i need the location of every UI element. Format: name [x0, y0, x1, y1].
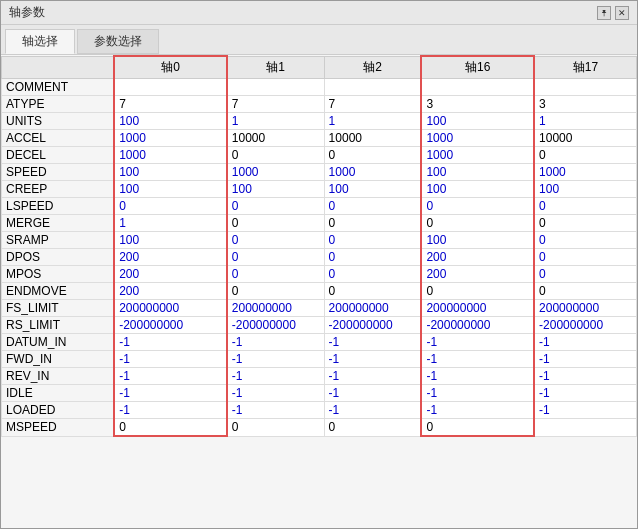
- cell-axis0[interactable]: -1: [114, 402, 227, 419]
- cell-axis2[interactable]: -1: [324, 385, 421, 402]
- cell-axis16[interactable]: -1: [421, 351, 534, 368]
- cell-axis17[interactable]: -1: [534, 402, 636, 419]
- cell-axis1[interactable]: 1000: [227, 164, 324, 181]
- cell-axis17[interactable]: [534, 79, 636, 96]
- cell-axis1[interactable]: 200000000: [227, 300, 324, 317]
- cell-axis0[interactable]: 100: [114, 232, 227, 249]
- cell-axis0[interactable]: 200: [114, 283, 227, 300]
- cell-axis0[interactable]: -200000000: [114, 317, 227, 334]
- cell-axis16[interactable]: 200: [421, 249, 534, 266]
- cell-axis16[interactable]: [421, 79, 534, 96]
- cell-axis1[interactable]: 0: [227, 283, 324, 300]
- pin-button[interactable]: 🖈: [597, 6, 611, 20]
- cell-axis16[interactable]: 100: [421, 113, 534, 130]
- cell-axis16[interactable]: 1000: [421, 130, 534, 147]
- cell-axis17[interactable]: [534, 419, 636, 437]
- table-container[interactable]: 轴0 轴1 轴2 轴16 轴17 COMMENTATYPE77733UNITS1…: [1, 55, 637, 528]
- cell-axis0[interactable]: 100: [114, 164, 227, 181]
- cell-axis17[interactable]: 0: [534, 198, 636, 215]
- cell-axis16[interactable]: -1: [421, 334, 534, 351]
- cell-axis16[interactable]: 0: [421, 419, 534, 437]
- cell-axis2[interactable]: 200000000: [324, 300, 421, 317]
- cell-axis0[interactable]: 1000: [114, 147, 227, 164]
- cell-axis16[interactable]: -200000000: [421, 317, 534, 334]
- cell-axis0[interactable]: 7: [114, 96, 227, 113]
- cell-axis0[interactable]: 1: [114, 215, 227, 232]
- cell-axis0[interactable]: -1: [114, 368, 227, 385]
- cell-axis0[interactable]: [114, 79, 227, 96]
- cell-axis1[interactable]: -1: [227, 351, 324, 368]
- cell-axis16[interactable]: -1: [421, 368, 534, 385]
- cell-axis2[interactable]: -1: [324, 402, 421, 419]
- cell-axis16[interactable]: 100: [421, 181, 534, 198]
- cell-axis1[interactable]: 10000: [227, 130, 324, 147]
- cell-axis2[interactable]: 7: [324, 96, 421, 113]
- cell-axis2[interactable]: 0: [324, 198, 421, 215]
- cell-axis0[interactable]: 200: [114, 266, 227, 283]
- cell-axis0[interactable]: -1: [114, 385, 227, 402]
- cell-axis1[interactable]: 0: [227, 232, 324, 249]
- cell-axis1[interactable]: [227, 79, 324, 96]
- cell-axis0[interactable]: 0: [114, 419, 227, 437]
- cell-axis0[interactable]: 1000: [114, 130, 227, 147]
- cell-axis17[interactable]: 100: [534, 181, 636, 198]
- cell-axis2[interactable]: 0: [324, 232, 421, 249]
- cell-axis2[interactable]: 0: [324, 283, 421, 300]
- cell-axis17[interactable]: -1: [534, 385, 636, 402]
- cell-axis17[interactable]: 0: [534, 147, 636, 164]
- cell-axis2[interactable]: -1: [324, 334, 421, 351]
- cell-axis0[interactable]: 0: [114, 198, 227, 215]
- cell-axis17[interactable]: -1: [534, 368, 636, 385]
- cell-axis0[interactable]: 100: [114, 181, 227, 198]
- cell-axis16[interactable]: 200000000: [421, 300, 534, 317]
- cell-axis16[interactable]: 100: [421, 164, 534, 181]
- cell-axis17[interactable]: 0: [534, 232, 636, 249]
- cell-axis17[interactable]: 1000: [534, 164, 636, 181]
- cell-axis17[interactable]: 1: [534, 113, 636, 130]
- cell-axis16[interactable]: 0: [421, 283, 534, 300]
- cell-axis17[interactable]: -200000000: [534, 317, 636, 334]
- cell-axis1[interactable]: -1: [227, 402, 324, 419]
- cell-axis17[interactable]: 0: [534, 249, 636, 266]
- tab-axis-select[interactable]: 轴选择: [5, 29, 75, 54]
- close-button[interactable]: ✕: [615, 6, 629, 20]
- cell-axis17[interactable]: 0: [534, 215, 636, 232]
- cell-axis2[interactable]: 0: [324, 266, 421, 283]
- cell-axis16[interactable]: 1000: [421, 147, 534, 164]
- cell-axis16[interactable]: 0: [421, 198, 534, 215]
- cell-axis1[interactable]: 0: [227, 419, 324, 437]
- cell-axis1[interactable]: -1: [227, 334, 324, 351]
- cell-axis1[interactable]: -200000000: [227, 317, 324, 334]
- cell-axis17[interactable]: 0: [534, 283, 636, 300]
- cell-axis1[interactable]: -1: [227, 385, 324, 402]
- cell-axis16[interactable]: 0: [421, 215, 534, 232]
- cell-axis1[interactable]: 0: [227, 266, 324, 283]
- cell-axis2[interactable]: 10000: [324, 130, 421, 147]
- cell-axis2[interactable]: 100: [324, 181, 421, 198]
- cell-axis2[interactable]: 0: [324, 215, 421, 232]
- cell-axis2[interactable]: 0: [324, 249, 421, 266]
- cell-axis1[interactable]: 0: [227, 215, 324, 232]
- cell-axis16[interactable]: 100: [421, 232, 534, 249]
- tab-param-select[interactable]: 参数选择: [77, 29, 159, 54]
- cell-axis16[interactable]: 3: [421, 96, 534, 113]
- cell-axis1[interactable]: -1: [227, 368, 324, 385]
- cell-axis2[interactable]: -1: [324, 351, 421, 368]
- cell-axis0[interactable]: 200000000: [114, 300, 227, 317]
- cell-axis0[interactable]: -1: [114, 351, 227, 368]
- cell-axis17[interactable]: 200000000: [534, 300, 636, 317]
- cell-axis1[interactable]: 100: [227, 181, 324, 198]
- cell-axis1[interactable]: 0: [227, 198, 324, 215]
- cell-axis17[interactable]: -1: [534, 351, 636, 368]
- cell-axis2[interactable]: -1: [324, 368, 421, 385]
- cell-axis2[interactable]: 1: [324, 113, 421, 130]
- cell-axis2[interactable]: 1000: [324, 164, 421, 181]
- cell-axis0[interactable]: 200: [114, 249, 227, 266]
- cell-axis1[interactable]: 7: [227, 96, 324, 113]
- cell-axis16[interactable]: 200: [421, 266, 534, 283]
- cell-axis17[interactable]: 0: [534, 266, 636, 283]
- cell-axis17[interactable]: 10000: [534, 130, 636, 147]
- cell-axis0[interactable]: 100: [114, 113, 227, 130]
- cell-axis16[interactable]: -1: [421, 385, 534, 402]
- cell-axis1[interactable]: 0: [227, 249, 324, 266]
